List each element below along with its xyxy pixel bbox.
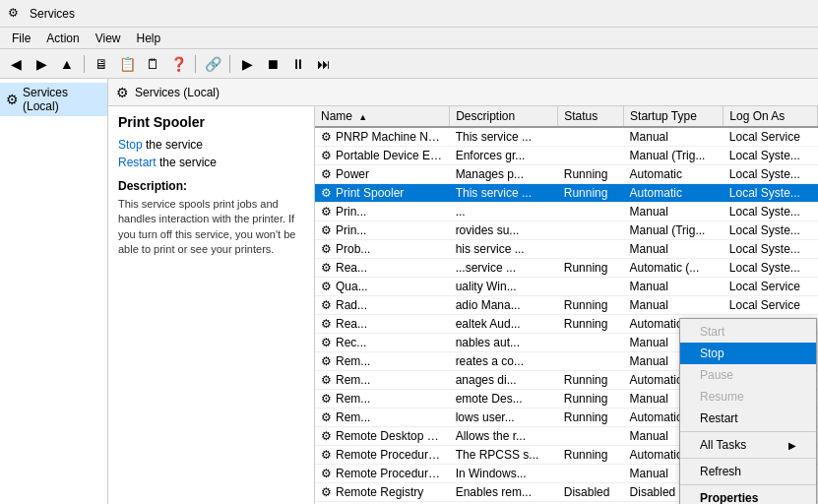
forward-btn[interactable]: ▶ — [30, 53, 53, 75]
row-icon: ⚙ — [321, 392, 332, 406]
context-menu-item-all-tasks[interactable]: All Tasks▶ — [680, 434, 816, 456]
table-row[interactable]: ⚙PowerManages p...RunningAutomaticLocal … — [315, 165, 818, 184]
cell-description: Enables rem... — [450, 483, 558, 502]
cell-description: ealtek Aud... — [450, 315, 558, 334]
table-row[interactable]: ⚙Rad...adio Mana...RunningManualLocal Se… — [315, 296, 818, 315]
cell-name: ⚙Rec... — [315, 334, 450, 352]
play-btn[interactable]: ▶ — [235, 53, 259, 75]
cell-name: ⚙Rem... — [315, 390, 450, 409]
row-icon: ⚙ — [321, 410, 332, 424]
row-icon: ⚙ — [321, 485, 332, 499]
cell-logon: Local Syste... — [724, 221, 818, 240]
services-table-area[interactable]: Name ▲ Description Status Startup Type L… — [315, 106, 818, 504]
cell-name: ⚙Rem... — [315, 371, 450, 390]
pause-btn[interactable]: ⏸ — [286, 53, 310, 75]
cell-status: Running — [558, 184, 624, 203]
cell-name: ⚙PNRP Machine Name Publi... — [315, 127, 450, 147]
menu-item-action[interactable]: Action — [38, 30, 87, 47]
row-icon: ⚙ — [321, 298, 332, 312]
table-row[interactable]: ⚙Prin......ManualLocal Syste... — [315, 203, 818, 221]
app-icon: ⚙ — [8, 6, 24, 22]
toolbar-sep-3 — [229, 55, 230, 73]
restart-label-suffix: the service — [157, 156, 217, 169]
cell-status: Running — [558, 259, 624, 278]
cell-name: ⚙Rea... — [315, 315, 450, 334]
context-menu-item-label: Start — [700, 325, 724, 339]
cell-name: ⚙Prin... — [315, 203, 450, 221]
cell-name: ⚙Rem... — [315, 352, 450, 371]
restart-btn[interactable]: ⏭ — [312, 53, 336, 75]
show-hide-btn[interactable]: 🖥 — [90, 53, 113, 75]
submenu-arrow-icon: ▶ — [788, 440, 796, 451]
cell-status: Running — [558, 390, 624, 409]
menu-item-help[interactable]: Help — [129, 30, 169, 47]
cell-logon: Local Service — [724, 278, 818, 296]
row-icon: ⚙ — [321, 261, 332, 275]
cell-status — [558, 427, 624, 446]
cell-logon: Local Syste... — [724, 165, 818, 184]
context-menu-item-properties[interactable]: Properties — [680, 487, 816, 504]
col-name[interactable]: Name ▲ — [315, 106, 450, 127]
context-menu-item-restart[interactable]: Restart — [680, 408, 816, 429]
main-container: ⚙ Services (Local) ⚙ Services (Local) Pr… — [0, 79, 818, 504]
split-content: Print Spooler Stop the service Restart t… — [108, 106, 818, 504]
table-header-row: Name ▲ Description Status Startup Type L… — [315, 106, 818, 127]
tree-item-label: Services (Local) — [23, 86, 101, 113]
cell-status: Running — [558, 409, 624, 427]
context-menu-item-label: Properties — [700, 491, 758, 504]
row-icon: ⚙ — [321, 317, 332, 331]
cell-logon: Local Service — [724, 127, 818, 147]
context-menu-item-label: All Tasks — [700, 438, 746, 452]
row-icon: ⚙ — [321, 354, 332, 368]
table-row[interactable]: ⚙Rea......service ...RunningAutomatic (.… — [315, 259, 818, 278]
cell-logon: Local Syste... — [724, 147, 818, 165]
tree-panel: ⚙ Services (Local) — [0, 79, 108, 504]
context-menu-item-refresh[interactable]: Refresh — [680, 461, 816, 482]
cell-description: In Windows... — [450, 465, 558, 483]
cell-description: lows user... — [450, 409, 558, 427]
cell-status — [558, 465, 624, 483]
cell-status: Running — [558, 371, 624, 390]
table-row[interactable]: ⚙PNRP Machine Name Publi...This service … — [315, 127, 818, 147]
table-row[interactable]: ⚙Portable Device Enumerator...Enforces g… — [315, 147, 818, 165]
properties-btn[interactable]: 📋 — [115, 53, 139, 75]
cell-status — [558, 127, 624, 147]
row-icon: ⚙ — [321, 149, 332, 162]
table-row[interactable]: ⚙Prob...his service ...ManualLocal Syste… — [315, 240, 818, 259]
cell-name: ⚙Rea... — [315, 259, 450, 278]
col-startup[interactable]: Startup Type — [624, 106, 724, 127]
stop-btn[interactable]: ⏹ — [261, 53, 284, 75]
table-row[interactable]: ⚙Qua...uality Win...ManualLocal Service — [315, 278, 818, 296]
help-btn[interactable]: ❓ — [166, 53, 190, 75]
context-menu-item-stop[interactable]: Stop — [680, 343, 816, 364]
cell-status: Running — [558, 165, 624, 184]
cell-status — [558, 334, 624, 352]
up-btn[interactable]: ▲ — [55, 53, 79, 75]
tree-item-services-local[interactable]: ⚙ Services (Local) — [0, 83, 107, 116]
title-bar-text: Services — [30, 7, 75, 21]
col-status[interactable]: Status — [558, 106, 624, 127]
context-menu-separator — [680, 484, 816, 485]
cell-name: ⚙Rem... — [315, 409, 450, 427]
menu-item-file[interactable]: File — [4, 30, 38, 47]
col-description[interactable]: Description — [450, 106, 558, 127]
col-logon[interactable]: Log On As — [724, 106, 818, 127]
stop-link[interactable]: Stop — [118, 138, 143, 152]
table-row[interactable]: ⚙Print SpoolerThis service ...RunningAut… — [315, 184, 818, 203]
row-icon: ⚙ — [321, 223, 332, 237]
cell-startup: Automatic — [624, 184, 724, 203]
connect-btn[interactable]: 🔗 — [201, 53, 224, 75]
menu-item-view[interactable]: View — [88, 30, 129, 47]
row-icon: ⚙ — [321, 242, 332, 256]
restart-link[interactable]: Restart — [118, 156, 157, 169]
cell-logon: Local Syste... — [724, 259, 818, 278]
toolbar-sep-2 — [195, 55, 196, 73]
context-menu-item-label: Restart — [700, 411, 738, 425]
cell-description: uality Win... — [450, 278, 558, 296]
cell-startup: Manual (Trig... — [624, 221, 724, 240]
back-btn[interactable]: ◀ — [4, 53, 28, 75]
cell-status — [558, 278, 624, 296]
table-row[interactable]: ⚙Prin...rovides su...Manual (Trig...Loca… — [315, 221, 818, 240]
cell-name: ⚙Remote Desktop Services U... — [315, 427, 450, 446]
new-window-btn[interactable]: 🗒 — [141, 53, 164, 75]
